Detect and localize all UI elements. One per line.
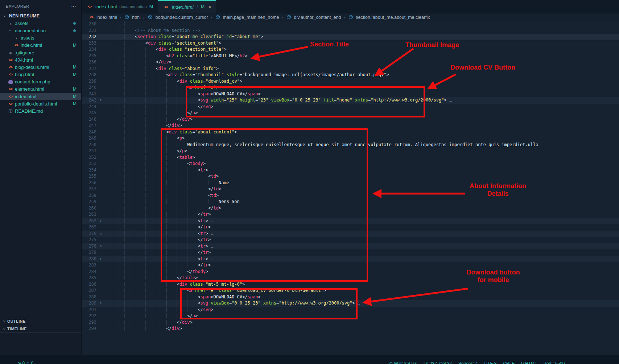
- sidebar-item-index-html[interactable]: <>index.htmlM: [0, 93, 81, 100]
- fold-chevron-icon[interactable]: ›: [96, 97, 105, 104]
- breadcrumb-item[interactable]: html: [124, 15, 141, 20]
- close-icon[interactable]: ×: [208, 4, 211, 10]
- html-icon: <>: [13, 43, 20, 47]
- code-line-232[interactable]: 232 <section class="about_me clearfix" i…: [82, 34, 619, 40]
- code-line-236[interactable]: 236 </div>: [82, 59, 619, 66]
- code-line-254[interactable]: 254 <tr>: [82, 167, 619, 174]
- sidebar-item-readme-md[interactable]: ⓘREADME.md: [0, 107, 81, 115]
- code-line-285[interactable]: 285 </table>: [82, 275, 619, 281]
- code-line-284[interactable]: 284 </tbody>: [82, 269, 619, 275]
- code-line-246[interactable]: 246 </div>: [82, 116, 619, 123]
- code-line-262[interactable]: 262› <tr> …: [82, 218, 619, 224]
- fold-chevron-icon[interactable]: ›: [96, 243, 105, 250]
- code-line-279[interactable]: 279 </tr>: [82, 249, 619, 256]
- code-line-269[interactable]: 269 </tr>: [82, 224, 619, 231]
- sidebar-item-elements-html[interactable]: <>elements.htmlM: [0, 86, 81, 93]
- status-item[interactable]: Port : 5500: [544, 361, 565, 364]
- code-line-content: <td>: [114, 193, 219, 199]
- code-line-237[interactable]: 237 <div class="about_info">: [82, 66, 619, 72]
- code-line-231[interactable]: 231 <!-- About Me section -->: [82, 28, 619, 34]
- line-number: 270: [82, 231, 96, 237]
- fold-chevron-icon[interactable]: ›: [96, 256, 105, 262]
- code-line-233[interactable]: 233 <div class="section_content">: [82, 40, 619, 47]
- code-line-240[interactable]: 240 <a href="#">: [82, 84, 619, 91]
- code-line-293[interactable]: 293 </div>: [82, 319, 619, 326]
- code-line-261[interactable]: 261 </tr>: [82, 211, 619, 218]
- code-line-content: </a>: [114, 110, 198, 116]
- code-line-275[interactable]: 275 </tr>: [82, 237, 619, 243]
- code-line-260[interactable]: 260 </td>: [82, 205, 619, 212]
- code-line-238[interactable]: 238 <div class="thumbnail" style="backgr…: [82, 72, 619, 78]
- code-line-252[interactable]: 252 <table>: [82, 154, 619, 161]
- code-line-270[interactable]: 270› <tr> …: [82, 231, 619, 237]
- sidebar-item-index-html[interactable]: <>index.htmlM: [0, 42, 81, 49]
- sidebar-item-blog-details-html[interactable]: <>blog-details.htmlM: [0, 63, 81, 71]
- code-line-251[interactable]: 251 </p>: [82, 148, 619, 154]
- tab-index-html-2[interactable]: <>index.html.\M×: [158, 0, 216, 13]
- sidebar-item-contact-form-php[interactable]: contact-form.php: [0, 78, 81, 86]
- code-line-289[interactable]: 289› <svg viewBox="0 0 25 23" xmlns="htt…: [82, 300, 619, 307]
- code-line-294[interactable]: 294 </div>: [82, 326, 619, 332]
- code-line-291[interactable]: 291 </svg>: [82, 307, 619, 313]
- more-actions-icon[interactable]: ⋯: [71, 3, 76, 9]
- fold-chevron-icon[interactable]: ›: [96, 231, 105, 237]
- sidebar-item-nen-resume[interactable]: ›NEN-RESUME: [0, 12, 81, 20]
- fold-chevron-icon[interactable]: ›: [96, 218, 105, 224]
- status-item[interactable]: Ln 232, Col 32: [424, 361, 452, 364]
- breadcrumb-item[interactable]: main.page_main.nen_home: [215, 15, 279, 20]
- timeline-panel[interactable]: › TIMELINE: [0, 325, 82, 333]
- code-line-253[interactable]: 253 <tbody>: [82, 161, 619, 167]
- breadcrumb-item[interactable]: <>index.html: [88, 15, 117, 20]
- code-line-244[interactable]: 244 </svg>: [82, 104, 619, 110]
- code-line-283[interactable]: 283 </tr>: [82, 262, 619, 269]
- code-line-230[interactable]: 230: [82, 21, 619, 28]
- breadcrumb-item[interactable]: section#about_me.about_me.clearfix: [347, 15, 430, 20]
- code-line-255[interactable]: 255 <td>: [82, 173, 619, 180]
- code-line-247[interactable]: 247 </div>: [82, 123, 619, 129]
- status-problems[interactable]: ⊗ 0 ⚠ 0: [17, 361, 33, 364]
- code-line-257[interactable]: 257 </td>: [82, 186, 619, 193]
- breadcrumb-item[interactable]: body.index.custom_cursor: [147, 15, 208, 20]
- sidebar-item-404-html[interactable]: <>404.html: [0, 56, 81, 63]
- sidebar-item-assets[interactable]: ›assets: [0, 34, 81, 42]
- status-item[interactable]: Spaces: 4: [458, 361, 478, 364]
- code-line-256[interactable]: 256 Name: [82, 180, 619, 186]
- breadcrumb-label: section#about_me.about_me.clearfix: [356, 15, 430, 20]
- sidebar-item-assets[interactable]: ›assets: [0, 20, 81, 27]
- code-line-258[interactable]: 258 <td>: [82, 193, 619, 199]
- code-line-250[interactable]: 250 Wndimentum neque, scelerisque euisel…: [82, 142, 619, 148]
- code-line-245[interactable]: 245 </a>: [82, 110, 619, 116]
- sidebar-item-blog-html[interactable]: <>blog.htmlM: [0, 71, 81, 78]
- outline-panel[interactable]: › OUTLINE: [0, 317, 82, 325]
- code-line-248[interactable]: 248 <div class="about-content">: [82, 129, 619, 136]
- fold-chevron-icon[interactable]: ›: [96, 300, 105, 307]
- code-line-239[interactable]: 239 <div class="download_cv">: [82, 78, 619, 85]
- code-line-286[interactable]: 286 <div class="mt-5 mt-lg-0">: [82, 281, 619, 288]
- code-line-259[interactable]: 259 Nens Son: [82, 199, 619, 205]
- code-line-249[interactable]: 249 <p>: [82, 135, 619, 142]
- sidebar-item-portfolio-details-html[interactable]: <>portfolio-details.htmlM: [0, 100, 81, 107]
- fold-gutter: [96, 262, 105, 269]
- code-line-234[interactable]: 234 <div class="section_title">: [82, 46, 619, 53]
- code-line-276[interactable]: 276› <tr> …: [82, 243, 619, 250]
- code-line-242[interactable]: 242› <svg width="25" height="23" viewBox…: [82, 97, 619, 104]
- code-line-287[interactable]: 287 <a href="#" class="download_cv borde…: [82, 288, 619, 294]
- breadcrumb-item[interactable]: div.author_content_end: [286, 15, 341, 20]
- line-number: 232: [82, 34, 96, 40]
- code-line-288[interactable]: 288 <span>DOWNLOAD CV</span>: [82, 294, 619, 301]
- sidebar-item-label: .gitignore: [15, 50, 34, 55]
- status-item[interactable]: CRLF: [503, 361, 514, 364]
- status-item[interactable]: {} HTML: [521, 361, 537, 364]
- status-item[interactable]: UTF-8: [484, 361, 496, 364]
- sidebar-item-documentation[interactable]: ›documentation: [0, 27, 81, 34]
- code-line-292[interactable]: 292 </a>: [82, 313, 619, 319]
- sidebar-item--gitignore[interactable]: ◆.gitignore: [0, 49, 81, 56]
- code-line-280[interactable]: 280› <tr> …: [82, 256, 619, 262]
- tab-index-html-1[interactable]: <>index.htmldocumentationM: [82, 0, 158, 13]
- status-item[interactable]: ⊙ Watch Sass: [389, 361, 417, 364]
- modified-badge: M: [73, 94, 77, 99]
- code-line-235[interactable]: 235 <h2 class="title">ABOUT ME</h2>: [82, 53, 619, 59]
- line-number: 235: [82, 53, 96, 59]
- code-line-241[interactable]: 241 <span>DOWNLOAD CV</span>: [82, 91, 619, 98]
- code-editor[interactable]: 230 231 <!-- About Me section -->232 <se…: [82, 21, 619, 332]
